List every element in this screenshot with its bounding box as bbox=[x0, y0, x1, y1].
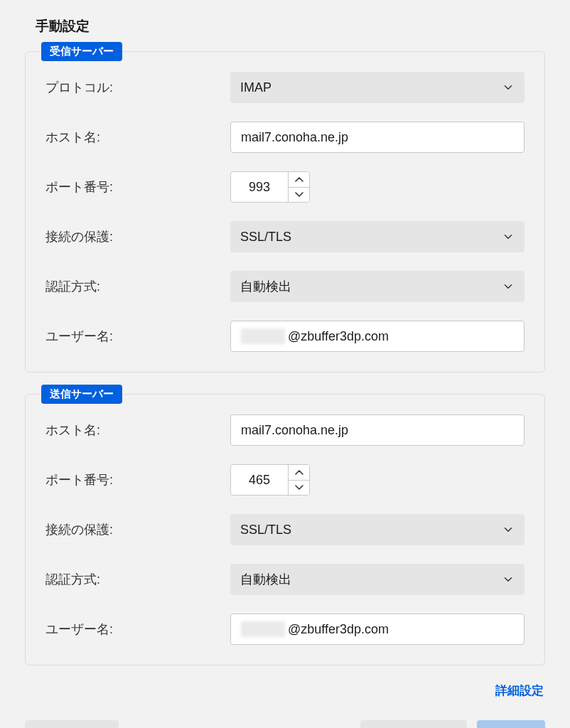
port-step-down-button[interactable] bbox=[289, 188, 309, 203]
outgoing-hostname-input[interactable]: mail7.conoha.ne.jp bbox=[230, 414, 525, 446]
outgoing-username-input[interactable]: @zbuffer3dp.com bbox=[230, 614, 525, 645]
incoming-username-suffix: @zbuffer3dp.com bbox=[288, 329, 389, 344]
auth-label: 認証方式: bbox=[45, 571, 230, 588]
outgoing-security-select[interactable]: SSL/TLS bbox=[230, 514, 525, 545]
hostname-label: ホスト名: bbox=[45, 422, 230, 439]
auth-label: 認証方式: bbox=[45, 278, 230, 295]
outgoing-hostname-value: mail7.conoha.ne.jp bbox=[241, 423, 348, 438]
incoming-username-input[interactable]: @zbuffer3dp.com bbox=[230, 321, 525, 352]
port-step-down-button[interactable] bbox=[289, 481, 309, 496]
cancel-button[interactable]: キャンセル bbox=[360, 720, 467, 728]
incoming-security-select[interactable]: SSL/TLS bbox=[230, 221, 525, 252]
incoming-auth-select[interactable]: 自動検出 bbox=[230, 271, 525, 302]
advanced-settings-link[interactable]: 詳細設定 bbox=[25, 682, 544, 699]
outgoing-username-suffix: @zbuffer3dp.com bbox=[288, 622, 389, 637]
incoming-security-value: SSL/TLS bbox=[240, 230, 291, 245]
page-title: 手動設定 bbox=[36, 17, 545, 36]
protocol-value: IMAP bbox=[240, 80, 271, 95]
incoming-port-stepper[interactable]: 993 bbox=[230, 171, 310, 203]
port-step-up-button[interactable] bbox=[289, 172, 309, 188]
redacted-text bbox=[241, 621, 285, 637]
footer-buttons: 再テスト キャンセル 完了 bbox=[25, 720, 545, 728]
port-step-up-button[interactable] bbox=[289, 465, 309, 481]
port-label: ポート番号: bbox=[45, 178, 230, 196]
hostname-label: ホスト名: bbox=[45, 129, 230, 146]
chevron-down-icon bbox=[502, 280, 515, 293]
redacted-text bbox=[241, 328, 285, 344]
incoming-auth-value: 自動検出 bbox=[240, 278, 291, 295]
incoming-port-value: 993 bbox=[231, 172, 288, 202]
security-label: 接続の保護: bbox=[45, 521, 230, 538]
outgoing-auth-select[interactable]: 自動検出 bbox=[230, 564, 525, 595]
incoming-server-fieldset: 受信サーバー プロトコル: IMAP ホスト名: mail7.conoha.ne… bbox=[25, 51, 545, 373]
protocol-label: プロトコル: bbox=[45, 79, 230, 96]
protocol-select[interactable]: IMAP bbox=[230, 72, 525, 103]
outgoing-security-value: SSL/TLS bbox=[240, 523, 291, 537]
username-label: ユーザー名: bbox=[45, 621, 230, 638]
port-label: ポート番号: bbox=[45, 471, 230, 488]
chevron-down-icon bbox=[502, 573, 515, 586]
outgoing-port-stepper[interactable]: 465 bbox=[230, 464, 310, 496]
outgoing-server-legend: 送信サーバー bbox=[41, 385, 122, 404]
incoming-hostname-input[interactable]: mail7.conoha.ne.jp bbox=[230, 122, 525, 153]
chevron-down-icon bbox=[502, 523, 515, 536]
incoming-server-legend: 受信サーバー bbox=[41, 42, 122, 61]
outgoing-port-value: 465 bbox=[231, 465, 288, 495]
security-label: 接続の保護: bbox=[45, 228, 230, 245]
chevron-down-icon bbox=[502, 81, 515, 94]
outgoing-server-fieldset: 送信サーバー ホスト名: mail7.conoha.ne.jp ポート番号: 4… bbox=[25, 394, 545, 665]
retest-button[interactable]: 再テスト bbox=[25, 720, 119, 728]
incoming-hostname-value: mail7.conoha.ne.jp bbox=[241, 130, 348, 145]
done-button[interactable]: 完了 bbox=[477, 720, 545, 728]
username-label: ユーザー名: bbox=[45, 328, 230, 345]
outgoing-auth-value: 自動検出 bbox=[240, 571, 291, 588]
chevron-down-icon bbox=[502, 230, 515, 243]
